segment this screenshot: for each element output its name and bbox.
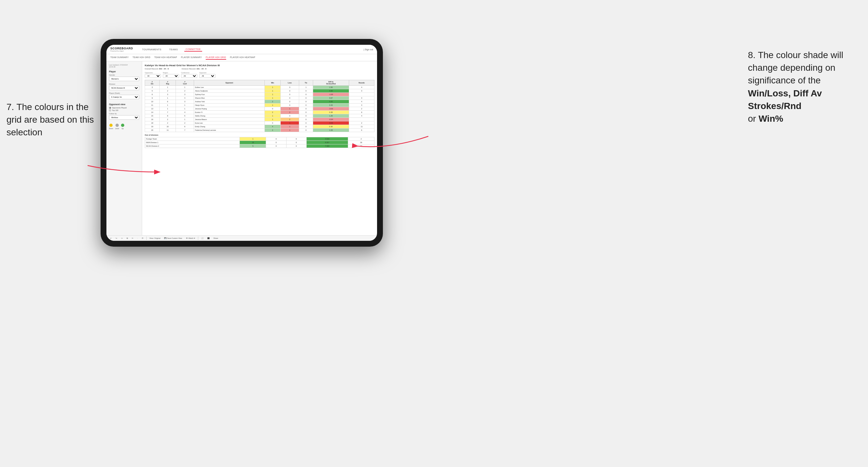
gender-select[interactable]: Women's xyxy=(109,76,139,81)
radio-top100[interactable]: Top 100 xyxy=(109,110,139,111)
filter-conference-label: Conference xyxy=(181,72,197,74)
annotation-or: or xyxy=(748,114,756,124)
colour-by-select[interactable]: Win/loss xyxy=(109,115,139,120)
filter-opponent: Opponent All xyxy=(199,72,215,78)
table-row: 1311 Jessica Huang 0 1 0 -3.00 2 xyxy=(145,107,374,111)
player-rank-label: Player (Rank) xyxy=(109,92,139,94)
colour-by-label: Colour by xyxy=(109,113,139,115)
logo-area: SCOREBOARD Powered by clippd xyxy=(110,47,133,52)
legend-level: Level xyxy=(115,124,119,129)
toolbar-sep2 xyxy=(198,237,198,240)
filter-opponent-select[interactable]: All xyxy=(199,74,215,78)
annotation-bold3: Win% xyxy=(758,114,783,124)
undo-btn[interactable]: ↩ xyxy=(109,237,113,240)
table-row: 19106 Emily Chang 4 1 0 0.30 11 xyxy=(145,125,374,128)
legend-dot-down xyxy=(110,124,113,127)
redo-btn[interactable]: ↪ xyxy=(115,237,118,240)
colour-legend: Down Level Up xyxy=(109,124,139,129)
copy-btn[interactable]: ⧉ xyxy=(126,237,129,240)
table-row: 1585 Stella Cheng 1 0 0 1.25 4 xyxy=(145,114,374,118)
player-rank-select[interactable]: 8. Katelyn Vo xyxy=(109,95,139,99)
grid-records: Overall Record: 353 - 34 - 6 Division Re… xyxy=(145,68,374,70)
annotation-left-text: 7. The colours in the grid are based on … xyxy=(6,102,94,137)
layout-btn[interactable]: ⬜ xyxy=(200,237,205,240)
table-row: 1111 Heejo Hyun 1 0 0 3.33 3 xyxy=(145,103,374,107)
gender-label: Gender xyxy=(109,74,139,76)
col-diff: Diff AvStrokes/Rnd xyxy=(313,80,349,86)
sub-nav-team-h2h-heatmap[interactable]: TEAM H2H HEATMAP xyxy=(154,56,177,60)
tablet-frame: SCOREBOARD Powered by clippd TOURNAMENTS… xyxy=(101,39,383,247)
legend-dot-level xyxy=(116,124,119,127)
nav-committee[interactable]: COMMITTEE xyxy=(184,48,202,52)
overall-record: Overall Record: 353 - 34 - 6 xyxy=(145,68,169,70)
division-label: Division xyxy=(109,83,139,85)
save-custom-view-btn[interactable]: 💾 Save Custom View xyxy=(163,237,183,240)
logo-sub: Powered by clippd xyxy=(110,50,133,52)
col-rounds: Rounds xyxy=(349,80,374,86)
col-loss: Loss xyxy=(281,80,299,86)
view-original-btn[interactable]: View: Original xyxy=(149,237,162,240)
sub-nav-player-h2h-grid[interactable]: PLAYER H2H GRID xyxy=(206,56,226,60)
radio-opponents-played[interactable]: Opponents Played xyxy=(109,107,139,109)
more-btn[interactable]: · xyxy=(136,237,139,240)
player-section-header: Player xyxy=(109,70,139,73)
filter-conference-select[interactable]: All xyxy=(181,74,197,78)
opponent-view-label: Opponent view xyxy=(109,103,139,105)
sub-nav-team-summary[interactable]: TEAM SUMMARY xyxy=(110,56,129,60)
toolbar-sep1 xyxy=(146,237,147,240)
table-row: NAIA Division 1 15 0 0 9.267 30 xyxy=(145,141,374,145)
table-row: 20117 Federica Domecq Lacroze 2 1 0 1.33… xyxy=(145,128,374,132)
annotation-bold1: Win/Loss, xyxy=(748,88,791,98)
cut-btn[interactable]: ✂ xyxy=(131,237,134,240)
filter-region-select[interactable]: All xyxy=(163,74,179,78)
col-div: #Div xyxy=(145,80,160,86)
division-record: Division Record: 331 - 34 - 6 xyxy=(182,68,206,70)
main-table: #Div #Reg #Conf Opponent Win Loss Tie Di… xyxy=(145,80,374,132)
col-win: Win xyxy=(265,80,280,86)
nav-right: | Sign out xyxy=(364,49,373,51)
table-row: 633 Sydney Kuo 1 0 0 -1.00 xyxy=(145,93,374,96)
sub-nav-player-h2h-heatmap[interactable]: PLAYER H2H HEATMAP xyxy=(230,56,255,60)
table-row: 1621 Jessica Mason 1 2 0 -0.94 xyxy=(145,118,374,121)
main-content: Last Updated: 27/03/2024 16:55:38 Player… xyxy=(106,61,377,235)
annotation-left: 7. The colours in the grid are based on … xyxy=(6,101,94,139)
legend-dot-up xyxy=(121,124,124,127)
legend-down: Down xyxy=(109,124,113,129)
annotation-right-text: 8. The colour shade will change dependin… xyxy=(748,50,843,85)
sub-nav-player-summary[interactable]: PLAYER SUMMARY xyxy=(181,56,202,60)
col-tie: Tie xyxy=(299,80,313,86)
table-row: Foreign Team 1 0 0 4.500 2 xyxy=(145,137,374,141)
watch-btn[interactable]: 👁 Watch ▾ xyxy=(185,237,196,240)
table-row: 522 Alexis Sudjianto 1 0 0 4.00 3 xyxy=(145,89,374,93)
left-panel: Last Updated: 27/03/2024 16:55:38 Player… xyxy=(106,61,142,235)
filter-opponents-select[interactable]: All xyxy=(145,74,161,78)
tablet-screen: SCOREBOARD Powered by clippd TOURNAMENTS… xyxy=(106,45,377,241)
grid-btn[interactable]: ⬛ xyxy=(206,237,211,240)
share-btn[interactable]: Share xyxy=(213,237,219,240)
table-row: 1063 Andrea York 2 0 0 4.00 4 xyxy=(145,100,374,103)
last-updated: Last Updated: 27/03/2024 16:55:38 xyxy=(109,64,139,68)
annotation-right: 8. The colour shade will change dependin… xyxy=(748,49,858,125)
division-select[interactable]: NCAA Division III xyxy=(109,86,139,90)
radio-group: Opponents Played Top 100 xyxy=(109,107,139,111)
nav-tournaments[interactable]: TOURNAMENTS xyxy=(141,48,162,51)
legend-up: Up xyxy=(121,124,124,129)
filter-opponent-label: Opponent xyxy=(199,72,215,74)
filter-opponents: Opponents: All xyxy=(145,72,161,78)
nav-bar: SCOREBOARD Powered by clippd TOURNAMENTS… xyxy=(106,45,377,54)
grid-title: Katelyn Vo Head-to-Head Grid for Women's… xyxy=(145,64,374,67)
filter-region: Region All xyxy=(163,72,179,78)
table-row: 311 Esther Lee 1 0 1 1.50 4 xyxy=(145,86,374,89)
sign-out-link[interactable]: | Sign out xyxy=(364,49,373,51)
nav-teams[interactable]: TEAMS xyxy=(168,48,179,51)
radio-dot-opponents xyxy=(109,107,111,109)
radio-dot-top100 xyxy=(109,110,111,111)
bottom-toolbar: ↩ ↪ ⤼ ⧉ ✂ · ⟳ View: Original 💾 Save Cust… xyxy=(106,235,377,241)
grid-area: Katelyn Vo Head-to-Head Grid for Women's… xyxy=(142,61,377,235)
refresh-btn[interactable]: ⟳ xyxy=(141,237,145,240)
redo2-btn[interactable]: ⤼ xyxy=(120,237,124,240)
sub-nav-team-h2h-grid[interactable]: TEAM H2H GRID xyxy=(133,56,151,60)
sub-nav: TEAM SUMMARY TEAM H2H GRID TEAM H2H HEAT… xyxy=(106,54,377,61)
table-row: NCAA Division 2 5 0 0 7.400 10 xyxy=(145,145,374,148)
filter-conference: Conference All xyxy=(181,72,197,78)
